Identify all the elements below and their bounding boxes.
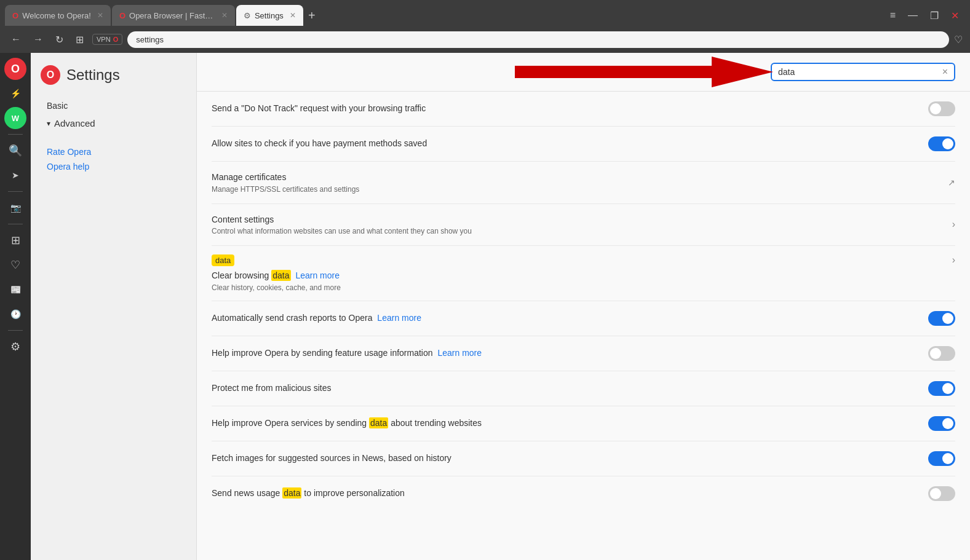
- news-btn[interactable]: 📰: [4, 278, 26, 301]
- toggle-do-not-track[interactable]: [928, 101, 955, 116]
- toggle-fetch-images[interactable]: [928, 451, 955, 466]
- setting-title-crash-reports: Automatically send crash reports to Oper…: [212, 312, 918, 325]
- setting-title-content-settings: Content settings: [212, 214, 942, 226]
- toggle-malicious-sites[interactable]: [928, 381, 955, 396]
- clear-browsing-tooltip: data: [212, 254, 942, 269]
- tab-opera-browser[interactable]: O Opera Browser | Faster, Sa... ✕: [112, 5, 235, 26]
- feature-usage-learn-more-link[interactable]: Learn more: [437, 348, 482, 358]
- setting-row-manage-certificates: Manage certificates Manage HTTPS/SSL cer…: [212, 162, 955, 204]
- settings-title: O Settings: [41, 65, 186, 85]
- tab-grid-button[interactable]: ⊞: [72, 33, 87, 47]
- setting-info-payment-methods: Allow sites to check if you have payment…: [212, 138, 918, 150]
- nav-advanced[interactable]: ▾ Advanced: [41, 114, 186, 132]
- rate-opera-link[interactable]: Rate Opera: [41, 144, 186, 159]
- setting-title-fetch-images: Fetch images for suggested sources in Ne…: [212, 452, 918, 465]
- opera-services-data-highlight: data: [369, 417, 388, 428]
- history-btn[interactable]: 🕐: [4, 303, 26, 325]
- red-arrow-container: [197, 53, 773, 91]
- setting-info-malicious-sites: Protect me from malicious sites: [212, 382, 918, 395]
- tab-welcome-close[interactable]: ✕: [97, 11, 103, 20]
- news-usage-text-before: Send news usage: [212, 488, 282, 498]
- tab-settings-close[interactable]: ✕: [290, 11, 296, 20]
- whatsapp-icon: W: [12, 114, 19, 123]
- setting-info-clear-browsing-data: data Clear browsing data Learn more Clea…: [212, 254, 942, 292]
- tab-welcome-title: Welcome to Opera!: [22, 11, 91, 20]
- setting-info-fetch-images: Fetch images for suggested sources in Ne…: [212, 452, 918, 465]
- toggle-opera-services-data[interactable]: [928, 416, 955, 431]
- forward-button[interactable]: →: [30, 33, 47, 46]
- toggle-do-not-track-slider: [928, 101, 955, 116]
- red-arrow-svg: [515, 53, 773, 90]
- setting-row-clear-browsing-data[interactable]: data Clear browsing data Learn more Clea…: [212, 246, 955, 301]
- close-window-button[interactable]: ✕: [947, 9, 963, 23]
- settings-sidebar-icon: ⚙: [10, 340, 20, 353]
- opera-tab-icon: O: [12, 11, 18, 20]
- opera-home-icon-btn[interactable]: O: [4, 58, 26, 80]
- chevron-down-icon: ▾: [47, 119, 50, 128]
- speed-dial-icon: ➤: [12, 170, 19, 180]
- news-usage-text-after: to improve personalization: [301, 488, 404, 498]
- setting-desc-clear-browsing-data: Clear history, cookies, cache, and more: [212, 283, 942, 292]
- toggle-crash-reports[interactable]: [928, 311, 955, 326]
- minimize-button[interactable]: —: [904, 9, 921, 22]
- setting-row-malicious-sites: Protect me from malicious sites: [212, 371, 955, 406]
- sidebar-links: Rate Opera Opera help: [41, 144, 186, 174]
- whatsapp-icon-btn[interactable]: W: [4, 107, 26, 129]
- setting-row-fetch-images: Fetch images for suggested sources in Ne…: [212, 441, 955, 476]
- setting-info-news-usage: Send news usage data to improve personal…: [212, 487, 918, 500]
- address-input[interactable]: [127, 31, 949, 48]
- setting-row-content-settings[interactable]: Content settings Control what informatio…: [212, 204, 955, 246]
- bookmark-button[interactable]: ♡: [954, 34, 963, 45]
- tab-settings[interactable]: ⚙ Settings ✕: [236, 5, 303, 26]
- tooltip-highlight-data: data: [212, 254, 234, 266]
- opera-help-link[interactable]: Opera help: [41, 159, 186, 174]
- camera-btn[interactable]: 📷: [4, 197, 26, 219]
- tab-welcome[interactable]: O Welcome to Opera! ✕: [5, 5, 111, 26]
- opera-services-text-after: about trending websites: [388, 418, 482, 428]
- heart-sidebar-btn[interactable]: ♡: [4, 254, 26, 276]
- clear-browsing-arrow-icon: ›: [952, 254, 955, 266]
- search-sidebar-btn[interactable]: 🔍: [4, 140, 26, 162]
- setting-info-content-settings: Content settings Control what informatio…: [212, 214, 942, 236]
- search-box: ×: [771, 63, 955, 81]
- messenger-icon-btn[interactable]: ⚡: [4, 82, 26, 105]
- history-icon: 🕐: [10, 309, 21, 319]
- toggle-feature-usage-slider: [928, 346, 955, 361]
- stacked-windows-button[interactable]: ≡: [886, 9, 899, 22]
- setting-row-opera-services-data: Help improve Opera services by sending d…: [212, 406, 955, 441]
- news-icon: 📰: [10, 285, 21, 294]
- back-button[interactable]: ←: [7, 33, 25, 46]
- new-tab-button[interactable]: +: [303, 9, 320, 23]
- tab-opera-browser-close[interactable]: ✕: [221, 11, 228, 20]
- external-link-icon: ↗: [948, 178, 955, 187]
- setting-row-crash-reports: Automatically send crash reports to Oper…: [212, 301, 955, 336]
- opera-tab2-icon: O: [119, 11, 125, 20]
- setting-row-feature-usage: Help improve Opera by sending feature us…: [212, 336, 955, 371]
- vpn-badge[interactable]: VPN O: [92, 34, 122, 45]
- tab-bar: O Welcome to Opera! ✕ O Opera Browser | …: [0, 0, 970, 26]
- nav-basic[interactable]: Basic: [41, 97, 186, 114]
- setting-row-payment-methods: Allow sites to check if you have payment…: [212, 127, 955, 162]
- toggle-feature-usage[interactable]: [928, 346, 955, 361]
- clear-browsing-text-before: Clear browsing: [212, 270, 271, 280]
- search-input[interactable]: [778, 67, 937, 77]
- grid-btn[interactable]: ⊞: [4, 229, 26, 251]
- setting-row-news-usage: Send news usage data to improve personal…: [212, 476, 955, 511]
- toggle-payment-methods[interactable]: [928, 136, 955, 151]
- reload-button[interactable]: ↻: [52, 33, 67, 47]
- clear-browsing-learn-more-link[interactable]: Learn more: [295, 270, 340, 280]
- crash-reports-learn-more-link[interactable]: Learn more: [377, 313, 421, 323]
- toggle-news-usage[interactable]: [928, 486, 955, 501]
- clear-browsing-highlight: data: [271, 270, 290, 281]
- sidebar-divider-2: [8, 191, 23, 192]
- search-clear-button[interactable]: ×: [942, 66, 948, 77]
- content-settings-arrow-icon: ›: [952, 219, 955, 230]
- setting-title-malicious-sites: Protect me from malicious sites: [212, 382, 918, 395]
- maximize-button[interactable]: ❐: [926, 9, 942, 23]
- svg-marker-0: [515, 57, 773, 87]
- speed-dial-btn[interactable]: ➤: [4, 164, 26, 186]
- settings-sidebar-btn[interactable]: ⚙: [4, 336, 26, 358]
- settings-heading: Settings: [66, 66, 120, 84]
- setting-info-crash-reports: Automatically send crash reports to Oper…: [212, 312, 918, 325]
- camera-icon: 📷: [10, 203, 21, 213]
